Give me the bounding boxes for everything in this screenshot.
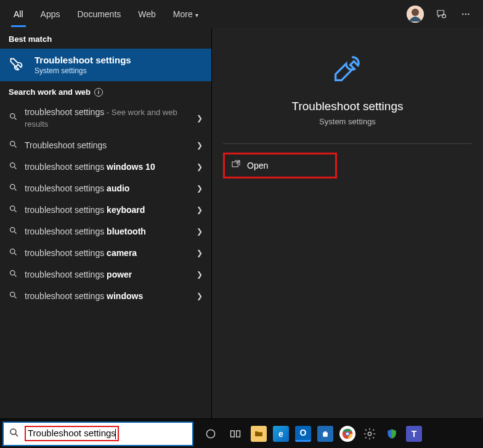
web-result-item[interactable]: troubleshoot settings camera❯ <box>0 242 211 264</box>
user-avatar[interactable] <box>407 6 424 23</box>
feedback-icon[interactable] <box>429 2 453 26</box>
web-result-item[interactable]: troubleshoot settings bluetooth❯ <box>0 221 211 242</box>
svg-point-23 <box>368 432 371 436</box>
web-result-item[interactable]: troubleshoot settings windows 10❯ <box>0 156 211 178</box>
search-input-value: Troubleshoot settings <box>25 426 119 441</box>
web-result-text: Troubleshoot settings <box>25 140 190 151</box>
search-icon <box>9 183 18 194</box>
results-column: Best match Troubleshoot settings System … <box>0 28 211 418</box>
web-result-text: troubleshoot settings bluetooth <box>25 226 190 237</box>
chevron-right-icon: ❯ <box>197 292 203 300</box>
app-outlook[interactable]: O <box>292 422 314 446</box>
detail-pane: Troubleshoot settings System settings Op… <box>211 28 483 418</box>
app-chrome[interactable] <box>336 422 359 446</box>
web-result-item[interactable]: troubleshoot settings power❯ <box>0 264 211 286</box>
cortana-icon[interactable] <box>198 422 223 446</box>
taskbar: Troubleshoot settings e O T <box>0 418 483 448</box>
search-icon <box>9 269 18 281</box>
web-result-item[interactable]: Troubleshoot settings❯ <box>0 135 211 156</box>
svg-point-11 <box>10 227 15 232</box>
info-icon[interactable]: i <box>94 88 103 97</box>
svg-point-8 <box>10 162 15 167</box>
app-settings[interactable] <box>359 422 381 446</box>
svg-rect-19 <box>237 431 240 437</box>
web-section-header: Search work and web i <box>0 81 211 102</box>
chevron-right-icon: ❯ <box>197 162 203 171</box>
chevron-down-icon: ▾ <box>195 12 198 18</box>
chevron-right-icon: ❯ <box>197 206 203 214</box>
chevron-right-icon: ❯ <box>197 227 203 236</box>
svg-point-12 <box>10 249 15 254</box>
web-result-item[interactable]: troubleshoot settings audio❯ <box>0 178 211 199</box>
best-match-subtitle: System settings <box>34 66 131 75</box>
search-icon <box>9 161 18 173</box>
more-options-icon[interactable] <box>453 2 478 26</box>
web-result-text: troubleshoot settings camera <box>25 247 190 258</box>
svg-point-10 <box>10 206 15 210</box>
open-icon <box>231 159 241 172</box>
open-label: Open <box>247 161 268 170</box>
tab-more[interactable]: More▾ <box>164 2 207 26</box>
svg-point-5 <box>468 14 469 15</box>
search-icon <box>9 112 18 124</box>
svg-point-22 <box>346 432 349 434</box>
app-file-explorer[interactable] <box>248 422 270 446</box>
chevron-right-icon: ❯ <box>197 114 203 122</box>
web-result-text: troubleshoot settings - See work and web… <box>25 106 190 130</box>
web-result-item[interactable]: troubleshoot settings keyboard❯ <box>0 199 211 221</box>
svg-point-14 <box>10 292 15 297</box>
app-edge[interactable]: e <box>270 422 292 446</box>
divider <box>223 143 472 144</box>
chevron-right-icon: ❯ <box>197 141 203 150</box>
tab-documents[interactable]: Documents <box>68 2 129 26</box>
app-teams[interactable]: T <box>403 422 425 446</box>
svg-point-17 <box>206 430 214 438</box>
taskbar-search-box[interactable]: Troubleshoot settings <box>2 422 193 446</box>
task-view-icon[interactable] <box>223 422 248 446</box>
tab-apps[interactable]: Apps <box>32 2 69 26</box>
web-result-text: troubleshoot settings keyboard <box>25 204 190 215</box>
search-scope-tabs: All Apps Documents Web More▾ <box>0 0 483 28</box>
svg-rect-18 <box>231 431 235 437</box>
best-match-header: Best match <box>0 28 211 49</box>
svg-point-3 <box>462 14 463 15</box>
best-match-result[interactable]: Troubleshoot settings System settings <box>0 49 211 81</box>
svg-rect-15 <box>232 162 238 167</box>
search-icon <box>9 427 20 441</box>
best-match-title: Troubleshoot settings <box>34 55 131 65</box>
search-icon <box>9 140 18 151</box>
wrench-icon <box>9 57 26 74</box>
detail-title: Troubleshoot settings <box>292 100 404 113</box>
svg-point-9 <box>10 184 15 189</box>
search-icon <box>9 226 18 238</box>
search-icon <box>9 290 18 302</box>
open-action[interactable]: Open <box>223 153 337 178</box>
chevron-right-icon: ❯ <box>197 270 203 279</box>
web-result-item[interactable]: troubleshoot settings - See work and web… <box>0 102 211 135</box>
search-icon <box>9 247 18 259</box>
web-result-item[interactable]: troubleshoot settings windows❯ <box>0 286 211 307</box>
search-icon <box>9 204 18 216</box>
chevron-right-icon: ❯ <box>197 184 203 193</box>
svg-point-1 <box>412 9 419 16</box>
wrench-icon <box>330 50 365 89</box>
web-result-text: troubleshoot settings power <box>25 269 190 280</box>
svg-point-6 <box>10 114 15 119</box>
svg-point-4 <box>465 14 466 15</box>
detail-subtitle: System settings <box>319 117 376 126</box>
web-result-text: troubleshoot settings windows <box>25 290 190 302</box>
web-result-text: troubleshoot settings audio <box>25 183 190 194</box>
svg-point-7 <box>10 141 15 146</box>
web-result-text: troubleshoot settings windows 10 <box>25 161 190 172</box>
svg-point-13 <box>10 270 15 275</box>
svg-point-16 <box>10 429 16 434</box>
app-security[interactable] <box>381 422 403 446</box>
web-results-list: troubleshoot settings - See work and web… <box>0 102 211 418</box>
chevron-right-icon: ❯ <box>197 249 203 257</box>
tab-web[interactable]: Web <box>129 2 164 26</box>
app-store[interactable] <box>314 422 336 446</box>
tab-all[interactable]: All <box>5 2 32 26</box>
